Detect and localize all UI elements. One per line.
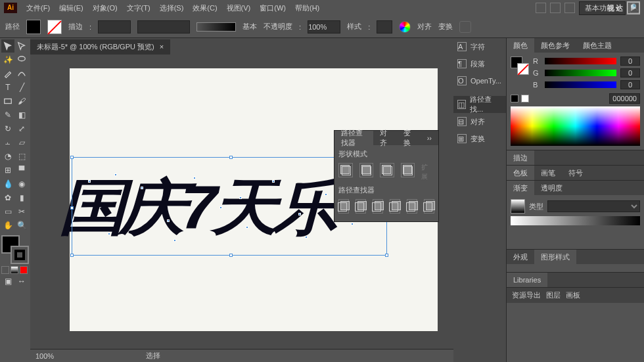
menu-file[interactable]: 文件(F)	[26, 3, 50, 13]
paintbrush-tool[interactable]: 🖌	[15, 95, 28, 108]
brush-preview[interactable]	[196, 22, 236, 32]
pf-align-tab[interactable]: 对齐	[373, 131, 397, 145]
menu-icon-2[interactable]	[550, 3, 561, 13]
gradient-tab[interactable]: 渐变	[507, 181, 534, 195]
eyedropper-tool[interactable]: 💧	[1, 177, 14, 191]
gradient-tool[interactable]: ▀	[15, 164, 28, 177]
merge-button[interactable]	[373, 199, 383, 214]
color-mode-none[interactable]	[20, 266, 28, 274]
zoom-level[interactable]: 100%	[35, 352, 54, 360]
pen-tool[interactable]	[1, 67, 14, 80]
recolor-icon[interactable]	[399, 21, 411, 33]
fill-stroke-control[interactable]	[1, 235, 29, 264]
dock-align[interactable]: ⊟对齐	[453, 113, 506, 130]
artboards-tab[interactable]: 画板	[566, 290, 580, 300]
gradient-type-select[interactable]	[547, 200, 640, 212]
libraries-tab[interactable]: Libraries	[507, 273, 547, 287]
dock-paragraph[interactable]: ¶段落	[453, 55, 506, 72]
minus-front-button[interactable]	[359, 163, 374, 177]
slice-tool[interactable]: ✂	[15, 205, 28, 218]
line-tool[interactable]: ╱	[15, 81, 28, 94]
align-link[interactable]: 对齐	[417, 22, 432, 32]
selection-tool[interactable]	[1, 39, 14, 53]
perspective-tool[interactable]: ⬚	[15, 150, 28, 163]
gradient-preview[interactable]	[511, 199, 525, 214]
graphic-styles-tab[interactable]: 图形样式	[534, 250, 576, 264]
dock-opentype[interactable]: OOpenTy...	[453, 72, 506, 89]
artboard-tool[interactable]: ▭	[1, 205, 14, 218]
close-tab-icon[interactable]: ×	[160, 43, 164, 51]
free-transform-tool[interactable]: ▱	[15, 136, 28, 149]
color-tab[interactable]: 颜色	[507, 38, 534, 53]
pf-transform-tab[interactable]: 变换	[397, 131, 421, 145]
zoom-tool[interactable]: 🔍	[15, 219, 28, 232]
hex-input[interactable]: 000000	[609, 93, 640, 104]
stroke-swatch[interactable]	[47, 20, 62, 34]
blend-tool[interactable]: ◉	[15, 177, 28, 191]
mesh-tool[interactable]: ⊞	[1, 164, 14, 177]
direct-selection-tool[interactable]	[15, 39, 28, 53]
menu-icon-1[interactable]	[536, 3, 546, 13]
spectrum-fill-swatch[interactable]	[511, 95, 518, 102]
menu-edit[interactable]: 编辑(E)	[59, 3, 83, 13]
unite-button[interactable]	[338, 163, 353, 177]
color-spectrum[interactable]	[511, 106, 640, 146]
eraser-tool[interactable]: ◧	[15, 108, 28, 122]
shape-builder-tool[interactable]: ◔	[1, 150, 14, 163]
stroke-color-box[interactable]	[11, 246, 29, 264]
menu-icon-3[interactable]	[564, 3, 575, 13]
divide-button[interactable]	[338, 199, 349, 214]
magic-wand-tool[interactable]: ✨	[1, 53, 14, 66]
width-tool[interactable]: ⫠	[1, 136, 14, 149]
change-screen-mode[interactable]: ↔	[15, 275, 28, 288]
swatches-tab[interactable]: 色板	[507, 166, 534, 180]
scale-tool[interactable]: ⤢	[15, 122, 28, 135]
pf-collapse-icon[interactable]: ››	[421, 131, 438, 145]
menu-window[interactable]: 窗口(W)	[260, 3, 286, 13]
pathfinder-tab[interactable]: 路径查找器	[334, 131, 373, 145]
asset-export-tab[interactable]: 资源导出	[512, 290, 541, 300]
stroke-tab[interactable]: 描边	[507, 150, 534, 165]
color-mode-gradient[interactable]	[11, 266, 18, 274]
dock-pathfinder[interactable]: ◫路径查找...	[453, 96, 506, 113]
exclude-button[interactable]	[401, 163, 415, 177]
screen-mode[interactable]: ▣	[1, 275, 14, 288]
minus-back-button[interactable]	[424, 199, 434, 214]
rectangle-tool[interactable]	[1, 95, 14, 108]
document-tab[interactable]: 未标题-5* @ 100% (RGB/GPU 预览) ×	[30, 39, 170, 55]
layers-tab[interactable]: 图层	[546, 290, 561, 300]
crop-button[interactable]	[390, 199, 400, 214]
symbol-sprayer-tool[interactable]: ✿	[1, 191, 14, 204]
rotate-tool[interactable]: ↻	[1, 122, 14, 135]
stroke-weight-input[interactable]	[98, 20, 131, 34]
menu-view[interactable]: 视图(V)	[227, 3, 251, 13]
dock-character[interactable]: A字符	[453, 38, 506, 55]
menu-help[interactable]: 帮助(H)	[295, 3, 319, 13]
opacity-input[interactable]	[308, 20, 340, 34]
menu-object[interactable]: 对象(O)	[93, 3, 118, 13]
outline-button[interactable]	[407, 199, 417, 214]
transform-link[interactable]: 变换	[438, 22, 453, 32]
style-dropdown[interactable]	[377, 20, 392, 34]
menu-effect[interactable]: 效果(C)	[193, 3, 217, 13]
color-fill-stroke[interactable]	[511, 57, 529, 75]
lasso-tool[interactable]	[15, 53, 28, 66]
g-slider[interactable]	[545, 70, 616, 76]
column-graph-tool[interactable]: ▮	[15, 191, 28, 204]
menu-select[interactable]: 选择(S)	[160, 3, 184, 13]
hand-tool[interactable]: ✋	[1, 219, 14, 232]
gradient-slider[interactable]	[511, 216, 640, 225]
menu-type[interactable]: 文字(T)	[127, 3, 150, 13]
g-value[interactable]: 0	[620, 68, 640, 78]
fill-swatch[interactable]	[26, 20, 41, 34]
type-tool[interactable]: T	[1, 81, 14, 94]
shaper-tool[interactable]: ✎	[1, 108, 14, 122]
appearance-tab[interactable]: 外观	[507, 250, 534, 264]
intersect-button[interactable]	[380, 163, 394, 177]
spectrum-stroke-swatch[interactable]	[521, 95, 529, 102]
r-value[interactable]: 0	[620, 57, 640, 66]
b-value[interactable]: 0	[620, 80, 640, 89]
r-slider[interactable]	[545, 58, 616, 64]
b-slider[interactable]	[545, 81, 616, 88]
brush-definition[interactable]	[137, 20, 190, 34]
